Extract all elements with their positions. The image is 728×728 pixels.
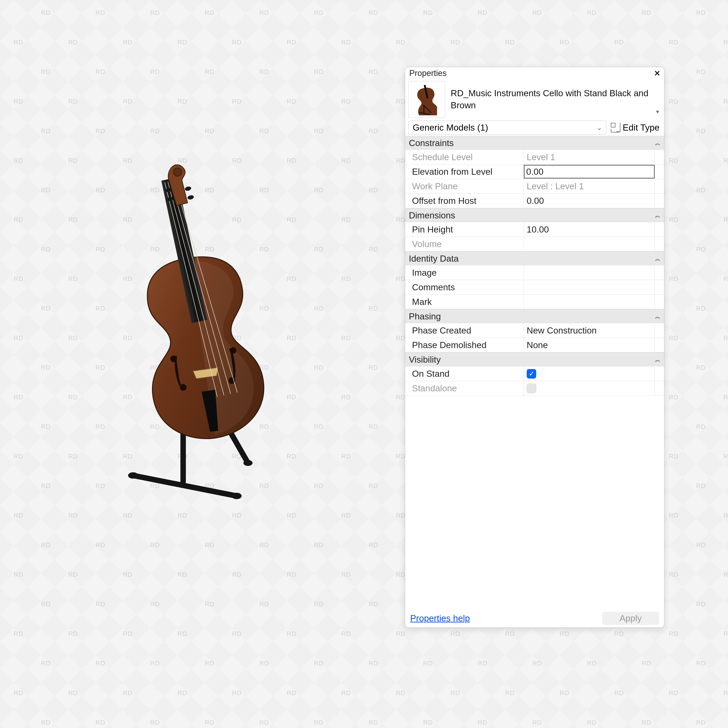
cell-trailing	[655, 295, 664, 309]
section-title: Dimensions	[409, 210, 455, 220]
row-phase-created[interactable]: Phase Created New Construction	[405, 323, 664, 338]
prop-value[interactable]: 10.00	[524, 222, 664, 237]
svg-point-5	[232, 493, 242, 499]
prop-label: Work Plane	[405, 179, 524, 193]
row-pin-height[interactable]: Pin Height 10.00	[405, 222, 664, 237]
svg-point-6	[243, 460, 252, 466]
cell-trailing	[655, 150, 664, 164]
prop-label: Volume	[405, 237, 524, 251]
collapse-icon[interactable]: ︽	[655, 212, 661, 219]
cell-trailing	[655, 179, 664, 193]
prop-label: Comments	[405, 280, 524, 294]
cello-preview	[127, 159, 287, 500]
section-constraints[interactable]: Constraints ︽	[405, 136, 664, 150]
row-on-stand[interactable]: On Stand ✓	[405, 367, 664, 381]
cell-trailing	[655, 194, 664, 208]
prop-value[interactable]	[524, 295, 664, 309]
prop-value[interactable]	[524, 280, 664, 294]
family-thumbnail	[408, 81, 445, 118]
prop-label: Image	[405, 266, 524, 280]
cell-trailing	[655, 323, 664, 338]
section-phasing[interactable]: Phasing ︽	[405, 309, 664, 323]
section-title: Visibility	[409, 355, 440, 365]
edit-type-button[interactable]: Edit Type	[609, 121, 661, 135]
prop-value: ✓	[524, 381, 664, 395]
prop-value-input[interactable]: 0.00	[524, 165, 655, 178]
instance-selector[interactable]: Generic Models (1) ⌄	[408, 121, 606, 135]
section-title: Constraints	[409, 138, 454, 148]
row-mark[interactable]: Mark	[405, 295, 664, 309]
prop-value[interactable]: None	[524, 338, 664, 352]
prop-label: On Stand	[405, 367, 524, 381]
panel-titlebar[interactable]: Properties ×	[405, 67, 664, 80]
instance-selector-text: Generic Models (1)	[413, 122, 488, 133]
prop-label: Mark	[405, 295, 524, 309]
edit-type-icon	[611, 123, 620, 132]
row-offset-from-host[interactable]: Offset from Host 0.00	[405, 194, 664, 208]
section-identity-data[interactable]: Identity Data ︽	[405, 251, 664, 266]
row-phase-demolished[interactable]: Phase Demolished None	[405, 338, 664, 352]
row-standalone: Standalone ✓	[405, 381, 664, 396]
close-icon[interactable]: ×	[654, 69, 660, 78]
family-name-text: RD_Music Instruments Cello with Stand Bl…	[451, 87, 651, 111]
panel-title-text: Properties	[409, 69, 447, 78]
panel-footer: Properties help Apply	[405, 609, 664, 627]
row-volume: Volume	[405, 237, 664, 251]
collapse-icon[interactable]: ︽	[655, 255, 661, 262]
prop-label: Schedule Level	[405, 150, 524, 164]
cell-trailing	[655, 222, 664, 237]
prop-value[interactable]: 0.00	[524, 194, 664, 208]
apply-button[interactable]: Apply	[602, 612, 659, 625]
section-visibility[interactable]: Visibility ︽	[405, 352, 664, 367]
row-image[interactable]: Image	[405, 266, 664, 280]
prop-value	[524, 237, 664, 251]
edit-type-label: Edit Type	[622, 122, 659, 133]
properties-body: Constraints ︽ Schedule Level Level 1 Ele…	[405, 136, 664, 609]
row-work-plane: Work Plane Level : Level 1	[405, 179, 664, 194]
svg-point-15	[185, 186, 192, 191]
collapse-icon[interactable]: ︽	[655, 356, 661, 363]
prop-label: Elevation from Level	[405, 165, 524, 179]
prop-value: Level : Level 1	[524, 179, 664, 193]
svg-point-16	[187, 195, 194, 200]
section-dimensions[interactable]: Dimensions ︽	[405, 208, 664, 222]
prop-value[interactable]: New Construction	[524, 323, 664, 338]
cell-trailing	[655, 381, 664, 395]
cell-trailing	[655, 367, 664, 381]
prop-label: Standalone	[405, 381, 524, 395]
cell-trailing	[655, 237, 664, 251]
cell-trailing	[655, 338, 664, 352]
checkbox-checked-icon[interactable]: ✓	[527, 369, 536, 379]
cell-trailing	[655, 266, 664, 280]
chevron-down-icon: ⌄	[597, 124, 602, 132]
prop-label: Phase Demolished	[405, 338, 524, 352]
prop-value[interactable]: ✓	[524, 367, 664, 381]
row-elevation-from-level[interactable]: Elevation from Level 0.00	[405, 165, 664, 179]
checkbox-unchecked-icon: ✓	[527, 384, 536, 393]
cell-trailing	[655, 280, 664, 294]
collapse-icon[interactable]: ︽	[655, 139, 661, 147]
prop-label: Offset from Host	[405, 194, 524, 208]
row-comments[interactable]: Comments	[405, 280, 664, 295]
chevron-down-icon[interactable]: ▾	[656, 108, 659, 115]
svg-point-4	[128, 472, 138, 479]
prop-value[interactable]	[524, 266, 664, 280]
section-title: Phasing	[409, 312, 441, 321]
prop-label: Phase Created	[405, 323, 524, 338]
family-type-selector[interactable]: RD_Music Instruments Cello with Stand Bl…	[405, 80, 664, 119]
collapse-icon[interactable]: ︽	[655, 313, 661, 320]
section-title: Identity Data	[409, 254, 459, 264]
prop-value: Level 1	[524, 150, 664, 164]
prop-label: Pin Height	[405, 222, 524, 237]
properties-panel: Properties × RD_Music Instruments Cello …	[405, 67, 664, 628]
row-schedule-level: Schedule Level Level 1	[405, 150, 664, 165]
properties-help-link[interactable]: Properties help	[410, 613, 470, 623]
